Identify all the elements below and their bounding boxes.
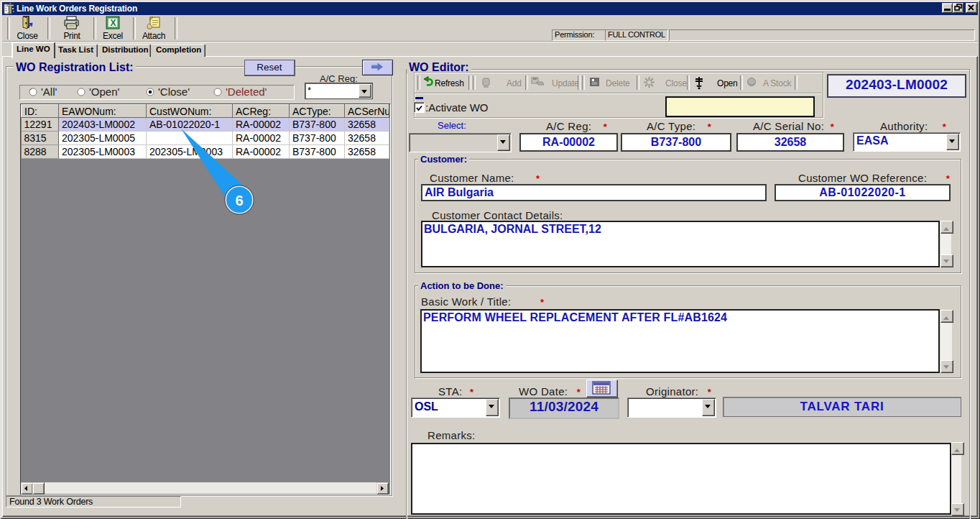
svg-text:6: 6 bbox=[235, 193, 243, 208]
svg-text:X: X bbox=[110, 18, 116, 28]
